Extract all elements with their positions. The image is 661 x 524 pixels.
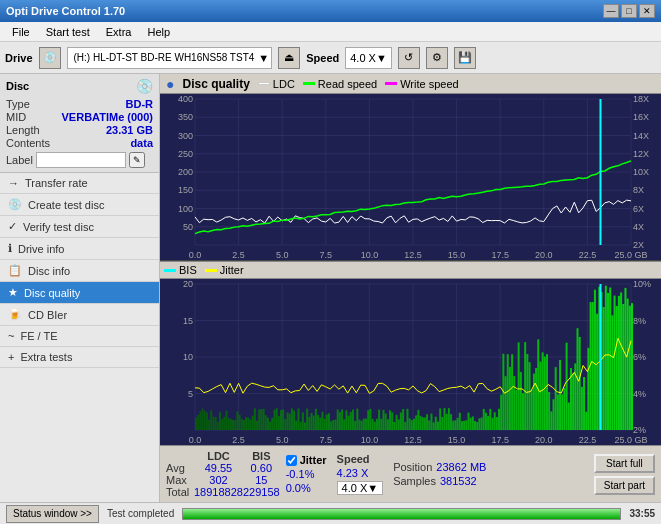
nav-icon-disc-info: 📋: [8, 264, 22, 277]
chart-legend: LDC Read speed Write speed: [258, 78, 459, 90]
legend-jitter-label: Jitter: [220, 264, 244, 276]
eject-button[interactable]: ⏏: [278, 47, 300, 69]
titlebar: Opti Drive Control 1.70 — □ ✕: [0, 0, 661, 22]
nav-item-create-test-disc[interactable]: 💿Create test disc: [0, 194, 159, 216]
menu-extra[interactable]: Extra: [98, 25, 140, 39]
speed-section: Speed 4.23 X 4.0 X ▼: [337, 453, 384, 495]
progress-bar-fill: [183, 509, 620, 519]
max-label: Max: [166, 474, 194, 486]
minimize-button[interactable]: —: [603, 4, 619, 18]
speed-section-header: Speed: [337, 453, 384, 465]
stats-table: LDC BIS Avg 49.55 0.60 Max 302 15: [166, 450, 280, 498]
toolbar: Drive 💿 (H:) HL-DT-ST BD-RE WH16NS58 TST…: [0, 42, 661, 74]
drive-selector[interactable]: (H:) HL-DT-ST BD-RE WH16NS58 TST4 ▼: [67, 47, 273, 69]
nav-item-transfer-rate[interactable]: →Transfer rate: [0, 173, 159, 194]
total-label: Total: [166, 486, 194, 498]
chart-header-icon: ●: [166, 76, 174, 92]
disc-length-label: Length: [6, 124, 40, 136]
nav-icon-drive-info: ℹ: [8, 242, 12, 255]
disc-type-label: Type: [6, 98, 30, 110]
nav-label-fe-te: FE / TE: [20, 330, 57, 342]
chart-top: [160, 94, 661, 261]
nav-icon-create-test-disc: 💿: [8, 198, 22, 211]
stats-panel: LDC BIS Avg 49.55 0.60 Max 302 15: [160, 445, 661, 502]
nav-label-extra-tests: Extra tests: [20, 351, 72, 363]
legend-write-speed-label: Write speed: [400, 78, 459, 90]
disc-panel-icon: 💿: [136, 78, 153, 94]
disc-contents-label: Contents: [6, 137, 50, 149]
max-jitter: 0.0%: [286, 482, 327, 494]
jitter-checkbox[interactable]: [286, 455, 297, 466]
position-label: Position: [393, 461, 432, 473]
col-ldc-header: LDC: [194, 450, 243, 462]
samples-label: Samples: [393, 475, 436, 487]
drive-name: (H:) HL-DT-ST BD-RE WH16NS58 TST4: [70, 52, 259, 63]
speed-selector[interactable]: 4.0 X ▼: [345, 47, 392, 69]
drive-icon-button[interactable]: 💿: [39, 47, 61, 69]
disc-contents-value: data: [130, 137, 153, 149]
start-part-button[interactable]: Start part: [594, 476, 655, 495]
nav-menu: →Transfer rate💿Create test disc✓Verify t…: [0, 173, 159, 368]
app-title: Opti Drive Control 1.70: [6, 5, 125, 17]
read-speed-color-dot: [303, 82, 315, 85]
disc-mid-value: VERBATIMe (000): [62, 111, 153, 123]
menu-start-test[interactable]: Start test: [38, 25, 98, 39]
nav-item-disc-info[interactable]: 📋Disc info: [0, 260, 159, 282]
charts-wrapper: BIS Jitter: [160, 94, 661, 445]
nav-item-fe-te[interactable]: ~FE / TE: [0, 326, 159, 347]
col-bis-header: BIS: [243, 450, 280, 462]
nav-item-extra-tests[interactable]: +Extra tests: [0, 347, 159, 368]
disc-mid-label: MID: [6, 111, 26, 123]
nav-icon-disc-quality: ★: [8, 286, 18, 299]
status-window-button[interactable]: Status window >>: [6, 505, 99, 523]
start-full-button[interactable]: Start full: [594, 454, 655, 473]
max-ldc: 302: [194, 474, 243, 486]
nav-label-cd-bier: CD BIer: [28, 309, 67, 321]
sidebar-spacer: [0, 368, 159, 502]
nav-label-disc-quality: Disc quality: [24, 287, 80, 299]
refresh-button[interactable]: ↺: [398, 47, 420, 69]
bis-color-dot: [164, 269, 176, 272]
position-value: 23862 MB: [436, 461, 486, 473]
nav-item-cd-bier[interactable]: 🍺CD BIer: [0, 304, 159, 326]
disc-panel: Disc 💿 Type BD-R MID VERBATIMe (000) Len…: [0, 74, 159, 173]
nav-item-disc-quality[interactable]: ★Disc quality: [0, 282, 159, 304]
jitter-checkbox-row: Jitter: [286, 454, 327, 466]
nav-label-drive-info: Drive info: [18, 243, 64, 255]
maximize-button[interactable]: □: [621, 4, 637, 18]
disc-type-value: BD-R: [126, 98, 154, 110]
nav-item-drive-info[interactable]: ℹDrive info: [0, 238, 159, 260]
menu-help[interactable]: Help: [139, 25, 178, 39]
speed-label: Speed: [306, 52, 339, 64]
close-button[interactable]: ✕: [639, 4, 655, 18]
nav-item-verify-test-disc[interactable]: ✓Verify test disc: [0, 216, 159, 238]
nav-icon-extra-tests: +: [8, 351, 14, 363]
disc-label-edit-button[interactable]: ✎: [129, 152, 145, 168]
menu-file[interactable]: File: [4, 25, 38, 39]
chart-title: Disc quality: [182, 77, 249, 91]
status-time: 33:55: [629, 508, 655, 519]
max-bis: 15: [243, 474, 280, 486]
avg-jitter: -0.1%: [286, 468, 327, 480]
avg-bis: 0.60: [243, 462, 280, 474]
save-button[interactable]: 💾: [454, 47, 476, 69]
ldc-color-dot: [258, 82, 270, 85]
main-area: Disc 💿 Type BD-R MID VERBATIMe (000) Len…: [0, 74, 661, 502]
disc-label-input[interactable]: [36, 152, 126, 168]
window-controls: — □ ✕: [603, 4, 655, 18]
total-bis: 229158: [243, 486, 280, 498]
nav-icon-cd-bier: 🍺: [8, 308, 22, 321]
nav-icon-fe-te: ~: [8, 330, 14, 342]
nav-icon-transfer-rate: →: [8, 177, 19, 189]
drive-label: Drive: [5, 52, 33, 64]
menubar: File Start test Extra Help: [0, 22, 661, 42]
legend-write-speed: Write speed: [385, 78, 459, 90]
drive-dropdown-arrow[interactable]: ▼: [258, 52, 269, 64]
settings-button[interactable]: ⚙: [426, 47, 448, 69]
content-area: ● Disc quality LDC Read speed Write spee…: [160, 74, 661, 502]
nav-label-verify-test-disc: Verify test disc: [23, 221, 94, 233]
nav-label-create-test-disc: Create test disc: [28, 199, 104, 211]
nav-label-transfer-rate: Transfer rate: [25, 177, 88, 189]
speed-dropdown-arrow[interactable]: ▼: [376, 52, 387, 64]
speed-selector-stats[interactable]: 4.0 X ▼: [337, 481, 384, 495]
